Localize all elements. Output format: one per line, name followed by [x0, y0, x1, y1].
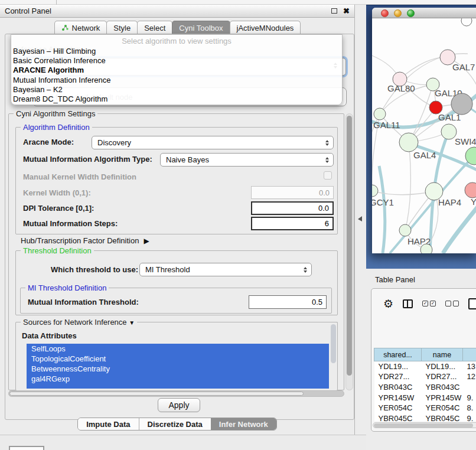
node-bottom-partial[interactable]: [420, 244, 432, 253]
tab-network[interactable]: Network: [54, 21, 107, 34]
top-strip: [0, 0, 476, 5]
table-cell: YPR145W: [374, 392, 422, 403]
aracne-mode-label: Aracne Mode:: [23, 138, 74, 146]
node-GCY1[interactable]: [372, 185, 378, 197]
column-header[interactable]: name: [422, 348, 463, 361]
column-header[interactable]: shared...: [374, 348, 422, 361]
dpi-tolerance-label: DPI Tolerance [0,1]:: [23, 204, 94, 213]
close-icon[interactable]: ✖: [343, 7, 350, 15]
settings-vertical-scrollbar[interactable]: [345, 113, 353, 390]
apply-button[interactable]: Apply: [158, 398, 200, 412]
combo-spinner-icon: [325, 140, 329, 146]
table-panel-body: ⚙ ✓✓ shared...nameA YDL19...YDL19...13YD…: [371, 288, 476, 432]
dpi-tolerance-field[interactable]: 0.0: [251, 201, 334, 215]
algorithm-definition-group: Algorithm Definition Aracne Mode: Discov…: [15, 127, 338, 234]
mi-steps-field[interactable]: 6: [251, 217, 334, 230]
dropdown-item[interactable]: Bayesian – K2: [11, 85, 342, 94]
gear-icon[interactable]: ⚙: [383, 298, 393, 309]
table-row[interactable]: YBR043CYBR043C: [374, 382, 476, 393]
apply-label: Apply: [168, 400, 189, 410]
hub-definition-label: Hub/Transcription Factor Definition: [21, 236, 139, 245]
sources-title[interactable]: Sources for Network Inference ▼: [21, 318, 137, 327]
attribute-item[interactable]: TopologicalCoefficient: [27, 354, 329, 364]
network-graph: GAL7GAL80GAL10GAL1GAL11SWI4GAL4GCY1HAP4Y…: [372, 18, 476, 253]
table-cell: YPR145W: [422, 392, 463, 403]
dropdown-item[interactable]: Dream8 DC_TDC Algorithm: [11, 94, 342, 104]
tab-jactivemnodules[interactable]: jActiveMNodules: [230, 21, 301, 34]
attribute-item[interactable]: gal4RGexp: [27, 374, 329, 384]
manual-kernel-checkbox[interactable]: [324, 171, 332, 180]
table-cell: 8.: [463, 403, 476, 413]
attribute-item[interactable]: BetweennessCentrality: [27, 364, 329, 374]
node-HAP2[interactable]: [399, 224, 411, 236]
tab-cyni-toolbox[interactable]: Cyni Toolbox: [172, 21, 230, 34]
file-icon[interactable]: [468, 298, 476, 309]
attribute-item[interactable]: SelfLoops: [27, 344, 329, 354]
bottom-strip: [0, 435, 366, 450]
kernel-width-field[interactable]: 0.0: [251, 186, 334, 199]
tab-infer-network[interactable]: Infer Network: [211, 418, 276, 430]
dropdown-item[interactable]: ARACNE Algorithm: [11, 66, 342, 75]
network-edge: [372, 191, 434, 195]
table-horizontal-scrollbar[interactable]: [373, 422, 476, 428]
aracne-mode-value: Discovery: [97, 138, 131, 147]
columns-icon[interactable]: [403, 299, 413, 308]
node-Y-partial[interactable]: [465, 182, 476, 198]
dropdown-item[interactable]: Bayesian – Hill Climbing: [11, 47, 342, 56]
tab-impute-data[interactable]: Impute Data: [78, 418, 138, 430]
mi-threshold-label: Mutual Information Threshold:: [28, 298, 139, 306]
table-panel: Table Panel ⚙ ✓✓ shared...nameA YDL19...…: [366, 269, 476, 450]
table-row[interactable]: YER054CYER054C8.: [374, 403, 476, 413]
node-SWI4-label: SWI4: [455, 136, 476, 146]
expand-arrow-icon: ▶: [144, 237, 149, 245]
table-cell: 9.: [463, 392, 476, 403]
dropdown-item[interactable]: Mutual Information Inference: [11, 76, 342, 85]
table-cell: YBR045C: [422, 413, 463, 421]
network-window-titlebar: [372, 8, 476, 18]
table-row[interactable]: YPR145WYPR145W9.: [374, 392, 476, 403]
tab-style[interactable]: Style: [106, 21, 138, 34]
float-window-icon[interactable]: [331, 8, 337, 14]
attributes-scrollbar[interactable]: [331, 324, 336, 363]
top-tab-bar: NetworkStyleSelectCyni ToolboxjActiveMNo…: [0, 21, 354, 34]
table-scroll-area[interactable]: shared...nameA YDL19...YDL19...13YDR27..…: [373, 318, 476, 421]
docked-panel-icon[interactable]: [9, 446, 44, 450]
table-cell: YBR043C: [374, 382, 422, 393]
which-threshold-combobox[interactable]: MI Threshold: [139, 263, 312, 276]
tab-select[interactable]: Select: [137, 21, 172, 34]
mi-type-combobox[interactable]: Naive Bayes: [160, 153, 334, 167]
column-header[interactable]: A: [463, 348, 476, 361]
tab-discretize-data[interactable]: Discretize Data: [139, 418, 211, 430]
checked-checkboxes-icon[interactable]: ✓✓: [422, 301, 436, 306]
traffic-light-minimize-icon[interactable]: [394, 9, 402, 17]
table-row[interactable]: YDL19...YDL19...13: [374, 361, 476, 372]
manual-kernel-label: Manual Kernel Width Definition: [23, 172, 136, 181]
algorithm-dropdown-popup: Select algorithm to view settings Bayesi…: [11, 34, 343, 105]
bottom-tab-bar: Impute DataDiscretize DataInfer Network: [0, 418, 354, 431]
hub-definition-expander[interactable]: Hub/Transcription Factor Definition ▶: [21, 236, 149, 245]
table-row[interactable]: YBR045CYBR045C9.: [374, 413, 476, 421]
traffic-light-zoom-icon[interactable]: [407, 9, 415, 17]
right-column: GAL7GAL80GAL10GAL1GAL11SWI4GAL4GCY1HAP4Y…: [366, 5, 476, 450]
network-view-window[interactable]: GAL7GAL80GAL10GAL1GAL11SWI4GAL4GCY1HAP4Y…: [372, 8, 476, 253]
node-GAL80-label: GAL80: [387, 83, 415, 93]
node-top-partial[interactable]: [461, 18, 472, 26]
network-desktop: GAL7GAL80GAL10GAL1GAL11SWI4GAL4GCY1HAP4Y…: [366, 5, 476, 269]
data-attributes-list[interactable]: SelfLoopsTopologicalCoefficientBetweenne…: [27, 344, 329, 389]
table-row[interactable]: YDR27...YDR27...12: [374, 371, 476, 382]
node-gray[interactable]: [451, 93, 472, 115]
network-edge: [443, 206, 476, 253]
traffic-light-close-icon[interactable]: [381, 9, 389, 17]
table-cell: 12: [463, 371, 476, 382]
network-canvas[interactable]: GAL7GAL80GAL10GAL1GAL11SWI4GAL4GCY1HAP4Y…: [372, 18, 476, 253]
mi-steps-label: Mutual Information Steps:: [23, 219, 118, 228]
node-attribute-table: shared...nameA YDL19...YDL19...13YDR27..…: [374, 348, 476, 421]
node-GAL4[interactable]: [399, 133, 418, 152]
top-strip-divider: [56, 0, 57, 5]
aracne-mode-combobox[interactable]: Discovery: [92, 136, 334, 149]
mi-threshold-field[interactable]: 0.5: [249, 295, 327, 309]
unchecked-checkboxes-icon[interactable]: [445, 301, 459, 306]
node-GAL11[interactable]: [374, 108, 386, 120]
settings-horizontal-scrollbar[interactable]: [8, 390, 344, 397]
dropdown-item[interactable]: Basic Correlation Inference: [11, 56, 342, 66]
